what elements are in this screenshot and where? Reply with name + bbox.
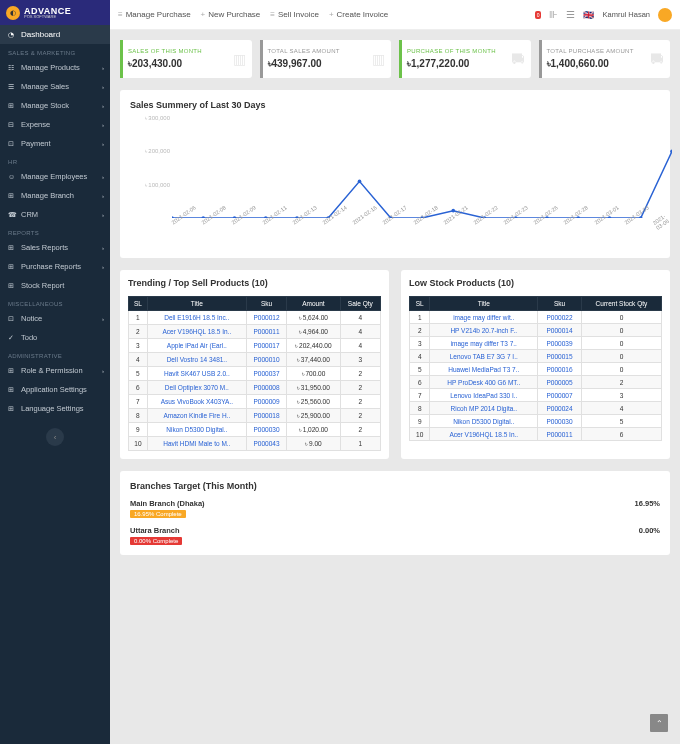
table-cell[interactable]: Lenovo IdeaPad 330 I.. [430, 389, 538, 402]
sidebar-item[interactable]: ⊡Payment› [0, 134, 110, 153]
collapse-sidebar-button[interactable]: ‹ [46, 428, 64, 446]
table-cell[interactable]: P000030 [538, 415, 582, 428]
table-cell[interactable]: P000011 [538, 428, 582, 441]
sidebar-item[interactable]: ☰Manage Sales› [0, 77, 110, 96]
nav-icon: ⊟ [8, 121, 16, 129]
table-cell[interactable]: Dell E1916H 18.5 Inc.. [147, 311, 246, 325]
table-cell[interactable]: Nikon D5300 Digital.. [147, 423, 246, 437]
sidebar-item[interactable]: ⊞Manage Stock› [0, 96, 110, 115]
table-cell: ৳ 1,020.00 [287, 423, 340, 437]
logo[interactable]: ◐ ADVANCE POS SOFTWARE [0, 0, 110, 25]
notif-badge[interactable]: 0 [535, 11, 542, 19]
sidebar-dashboard[interactable]: ◔ Dashboard [0, 25, 110, 44]
topbar-link[interactable]: ≡Sell Invoice [270, 10, 319, 19]
sidebar-item[interactable]: ⊞Role & Permission› [0, 361, 110, 380]
table-row: 5Havit SK467 USB 2.0..P000037৳ 700.002 [129, 367, 381, 381]
stat-cards: SALES OF THIS MONTH ৳203,430.00 ▥ TOTAL … [120, 40, 670, 78]
sidebar-item[interactable]: ⊞Purchase Reports› [0, 257, 110, 276]
table-cell[interactable]: P000018 [246, 409, 286, 423]
table-cell[interactable]: Havit HDMI Male to M.. [147, 437, 246, 451]
table-cell: 2 [410, 324, 430, 337]
table-cell[interactable]: Amazon Kindle Fire H.. [147, 409, 246, 423]
table-cell[interactable]: Havit SK467 USB 2.0.. [147, 367, 246, 381]
table-cell[interactable]: image may differ T3 7.. [430, 337, 538, 350]
sales-summary-panel: Sales Summery of Last 30 Days ৳ 100,000৳… [120, 90, 670, 258]
list-icon[interactable]: ☰ [566, 9, 575, 20]
y-tick: ৳ 200,000 [145, 148, 170, 155]
sidebar-item[interactable]: ☷Manage Products› [0, 58, 110, 77]
card-value: ৳203,430.00 [128, 58, 244, 70]
sidebar-item[interactable]: ⊟Expense› [0, 115, 110, 134]
sidebar-item[interactable]: ☺Manage Employees› [0, 167, 110, 186]
table-cell[interactable]: Dell Optiplex 3070 M.. [147, 381, 246, 395]
table-cell: ৳ 700.00 [287, 367, 340, 381]
sidebar-item-label: CRM [21, 210, 38, 219]
table-cell[interactable]: P000030 [246, 423, 286, 437]
table-cell[interactable]: P000008 [246, 381, 286, 395]
topbar-link[interactable]: ≡Manage Purchase [118, 10, 191, 19]
table-cell[interactable]: P000022 [538, 311, 582, 324]
sidebar-item[interactable]: ⊞Stock Report [0, 276, 110, 295]
table-cell[interactable]: Ricoh MP 2014 Digita.. [430, 402, 538, 415]
sidebar-item[interactable]: ☎CRM› [0, 205, 110, 224]
nav-icon: ⊞ [8, 282, 16, 290]
sidebar: ◐ ADVANCE POS SOFTWARE ◔ Dashboard SALES… [0, 0, 110, 565]
bar-icon: ▥ [233, 51, 246, 67]
sidebar-item-label: Dashboard [21, 30, 60, 39]
table-cell[interactable]: Lenovo TAB E7 3G 7 I.. [430, 350, 538, 363]
table-cell[interactable]: HP ProDesk 400 G6 MT.. [430, 376, 538, 389]
language-flag[interactable]: 🇬🇧 [583, 10, 594, 20]
user-name[interactable]: Kamrul Hasan [602, 10, 650, 19]
sidebar-item-label: Todo [21, 333, 37, 342]
table-cell[interactable]: Acer V196HQL 18.5 In.. [430, 428, 538, 441]
sidebar-item[interactable]: ⊞Application Settings [0, 380, 110, 399]
table-cell[interactable]: P000010 [246, 353, 286, 367]
topbar-link[interactable]: +Create Invoice [329, 10, 388, 19]
branch-pct: 16.95% [635, 499, 660, 508]
sidebar-item-label: Purchase Reports [21, 262, 81, 271]
table-cell: ৳ 25,560.00 [287, 395, 340, 409]
table-cell[interactable]: P000039 [538, 337, 582, 350]
topbar-link[interactable]: +New Purchase [201, 10, 261, 19]
table-cell[interactable]: P000024 [538, 402, 582, 415]
table-cell[interactable]: Nikon D5300 Digital.. [430, 415, 538, 428]
gauge-icon: ◔ [8, 31, 16, 39]
table-cell[interactable]: image may differ wit.. [430, 311, 538, 324]
avatar[interactable] [658, 8, 672, 22]
table-cell[interactable]: Apple iPad Air (Earl.. [147, 339, 246, 353]
table-cell[interactable]: P000014 [538, 324, 582, 337]
table-cell[interactable]: Asus VivoBook X403YA.. [147, 395, 246, 409]
sidebar-item[interactable]: ⊞Language Settings [0, 399, 110, 418]
table-cell[interactable]: HP V214b 20.7-inch F.. [430, 324, 538, 337]
table-cell[interactable]: P000012 [246, 311, 286, 325]
sidebar-item-label: Language Settings [21, 404, 84, 413]
chevron-right-icon: › [102, 193, 104, 199]
table-cell[interactable]: P000009 [246, 395, 286, 409]
table-cell[interactable]: Dell Vostro 14 3481.. [147, 353, 246, 367]
truck-icon: ⛟ [650, 51, 664, 67]
trending-panel: Trending / Top Sell Products (10) SLTitl… [120, 270, 389, 459]
table-row: 7Asus VivoBook X403YA..P000009৳ 25,560.0… [129, 395, 381, 409]
topbar-link-label: Manage Purchase [126, 10, 191, 19]
table-cell[interactable]: P000007 [538, 389, 582, 402]
sidebar-item[interactable]: ⊡Notice› [0, 309, 110, 328]
sidebar-item[interactable]: ✓Todo [0, 328, 110, 347]
sidebar-item[interactable]: ⊞Sales Reports› [0, 238, 110, 257]
table-cell[interactable]: P000015 [538, 350, 582, 363]
sidebar-item[interactable]: ⊞Manage Branch› [0, 186, 110, 205]
table-cell[interactable]: P000043 [246, 437, 286, 451]
table-cell[interactable]: P000005 [538, 376, 582, 389]
table-row: 2HP V214b 20.7-inch F..P0000140 [410, 324, 662, 337]
table-cell: 0 [581, 350, 661, 363]
table-header: Sale Qty [340, 297, 380, 311]
table-cell[interactable]: P000016 [538, 363, 582, 376]
table-cell[interactable]: P000011 [246, 325, 286, 339]
card-value: ৳1,400,660.00 [547, 58, 663, 70]
table-cell[interactable]: P000017 [246, 339, 286, 353]
bar-icon: ▥ [372, 51, 385, 67]
barcode-icon[interactable]: ⊪ [549, 9, 558, 20]
table-cell: 4 [340, 311, 380, 325]
table-cell[interactable]: P000037 [246, 367, 286, 381]
table-cell[interactable]: Acer V196HQL 18.5 In.. [147, 325, 246, 339]
table-cell[interactable]: Huawei MediaPad T3 7.. [430, 363, 538, 376]
